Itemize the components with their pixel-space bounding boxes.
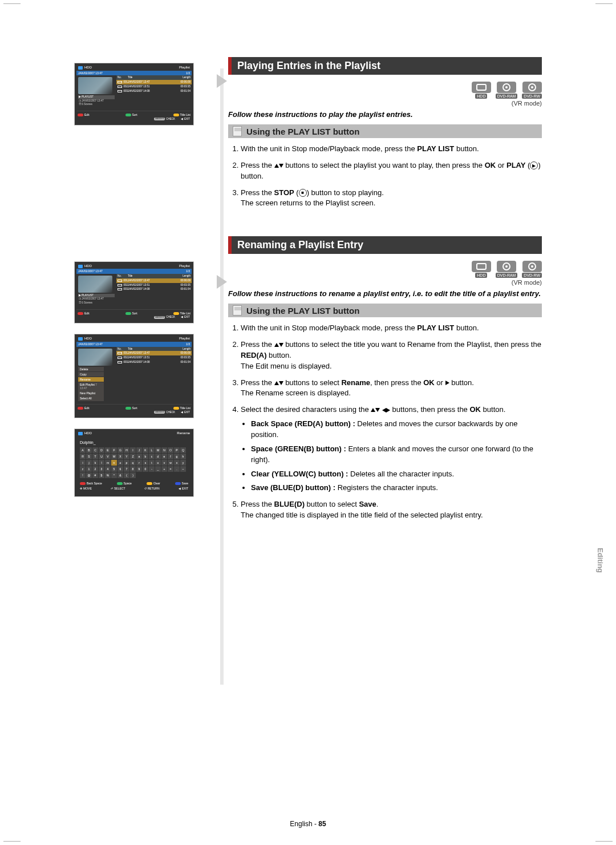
keyboard-key: Z bbox=[130, 454, 136, 459]
keyboard-key: i bbox=[80, 460, 86, 466]
keyboard-key: S bbox=[86, 454, 92, 459]
hdd-icon bbox=[78, 66, 83, 70]
keyboard-key: % bbox=[105, 472, 111, 478]
menu-item: Copy bbox=[78, 372, 104, 377]
table-row: 001JAN/02/2007 13:4700:06:09 bbox=[116, 80, 192, 84]
subbullet: Clear (YELLOW(C) button) : Deletes all t… bbox=[251, 469, 542, 480]
keyboard-key: r bbox=[136, 460, 142, 466]
keyboard-key: Y bbox=[124, 454, 129, 459]
mode-note: (VR mode) bbox=[228, 279, 542, 286]
keyboard-key: R bbox=[80, 454, 86, 459]
keyboard-key: 0 bbox=[143, 466, 148, 472]
keyboard-key: f bbox=[168, 454, 173, 459]
keyboard-key: I bbox=[130, 447, 136, 453]
keyboard-key: w bbox=[168, 460, 173, 466]
keyboard-key: h bbox=[180, 454, 186, 459]
keyboard-key: j bbox=[86, 460, 92, 466]
subbullet: Back Space (RED(A) button) : Deletes and… bbox=[251, 419, 542, 440]
keyboard-key: g bbox=[174, 454, 180, 459]
dvd-ram-icon bbox=[502, 83, 510, 91]
keyboard-key: q bbox=[130, 460, 136, 466]
menu-item: New Playlist bbox=[78, 391, 104, 396]
keyboard-key: = bbox=[168, 466, 173, 472]
menu-item-active: Rename bbox=[78, 377, 104, 382]
keyboard-key: l bbox=[99, 460, 104, 466]
keyboard-key: ! bbox=[80, 472, 86, 478]
keyboard-key: V bbox=[105, 454, 111, 459]
keyboard-key: 8 bbox=[130, 466, 136, 472]
thumbnail bbox=[78, 77, 112, 94]
keyboard-key: 6 bbox=[117, 466, 123, 472]
screenshot-playlist-2: HDD Playlist JAN/02/2007 13:471/3 ▶ PLAY… bbox=[74, 261, 194, 324]
step: With the unit in Stop mode/Playback mode… bbox=[241, 323, 542, 334]
keyboard-key: n bbox=[111, 460, 117, 466]
keyboard-key: # bbox=[92, 472, 98, 478]
keyboard-key: 2 bbox=[92, 466, 98, 472]
keyboard-key: t bbox=[149, 460, 155, 466]
up-arrow-icon bbox=[274, 164, 279, 168]
keyboard-key: & bbox=[117, 472, 123, 478]
left-info: ▶ PLAYLIST ◷ JAN/02/2007 13:47 ☰ 6 Scene… bbox=[78, 95, 115, 106]
remote-icon bbox=[233, 305, 242, 316]
section-title-renaming: Renaming a Playlist Entry bbox=[228, 236, 542, 254]
keyboard-key: m bbox=[105, 460, 111, 466]
keyboard-key: J bbox=[136, 447, 142, 453]
keyboard-key: + bbox=[161, 466, 167, 472]
keyboard-key: 5 bbox=[111, 466, 117, 472]
arrow-marker-2 bbox=[217, 275, 227, 289]
keyboard-key: C bbox=[92, 447, 98, 453]
menu-item: Select All bbox=[78, 396, 104, 401]
keyboard-key: O bbox=[168, 447, 173, 453]
keyboard-key: P bbox=[174, 447, 180, 453]
keyboard-key: E bbox=[105, 447, 111, 453]
keyboard-key: ( bbox=[124, 472, 129, 478]
keyboard-key: 7 bbox=[124, 466, 129, 472]
keyboard-key: y bbox=[180, 460, 186, 466]
keyboard-key: k bbox=[92, 460, 98, 466]
keyboard-key: H bbox=[124, 447, 129, 453]
arrow-marker-1 bbox=[217, 74, 227, 88]
keyboard-key: x bbox=[174, 460, 180, 466]
step: Select the desired characters using the … bbox=[241, 405, 542, 494]
keyboard-key: . bbox=[174, 466, 180, 472]
keyboard-key: 3 bbox=[99, 466, 104, 472]
keyboard-key: - bbox=[149, 466, 155, 472]
keyboard-key: s bbox=[143, 460, 148, 466]
table-row: 003JAN/02/2007 14:0800:01:54 bbox=[116, 89, 192, 94]
subbullet: Save (BLUE(D) button) : Registers the ch… bbox=[251, 483, 542, 494]
keyboard-key: B bbox=[86, 447, 92, 453]
screenshot-rename: HDD Rename Dolphin_ ABCDEFGHIJKLMNOPQRST… bbox=[74, 428, 194, 497]
keyboard-key: T bbox=[92, 454, 98, 459]
step: Press the buttons to select the playlist… bbox=[241, 160, 542, 182]
mode-label: Playlist bbox=[179, 66, 190, 70]
keyboard-key: ~ bbox=[180, 466, 186, 472]
keyboard-key: b bbox=[143, 454, 148, 459]
keyboard-key: D bbox=[99, 447, 104, 453]
keyboard-key: _ bbox=[155, 466, 161, 472]
menu-item: Delete bbox=[78, 367, 104, 372]
remote-icon bbox=[233, 126, 242, 136]
keyboard-key: c bbox=[149, 454, 155, 459]
step: Press the BLUE(D) button to select Save.… bbox=[241, 499, 542, 521]
screenshot-playlist-1: HDD Playlist JAN/02/2007 13:47 1/3 ▶ PLA… bbox=[74, 63, 194, 126]
keyboard-key: o bbox=[117, 460, 123, 466]
context-menu: Delete Copy Rename Edit Playlist 7 13:47… bbox=[78, 367, 104, 401]
keyboard-key: 4 bbox=[105, 466, 111, 472]
keyboard-key: A bbox=[80, 447, 86, 453]
follow-instruction-2: Follow these instructions to rename a pl… bbox=[228, 289, 542, 298]
timestamp: JAN/02/2007 13:47 bbox=[78, 71, 103, 75]
media-icons: HDD DVD-RAM DVD-RW bbox=[228, 82, 542, 99]
stop-icon: ■ bbox=[299, 189, 307, 197]
keyboard-key: U bbox=[99, 454, 104, 459]
right-arrow-icon bbox=[445, 381, 449, 385]
page-footer: English - 85 bbox=[0, 820, 616, 828]
section-title-playing: Playing Entries in the Playlist bbox=[228, 57, 542, 75]
step: Press the buttons to select the title yo… bbox=[241, 339, 542, 372]
keyboard-key: F bbox=[111, 447, 117, 453]
rename-input: Dolphin_ bbox=[80, 440, 188, 445]
follow-instruction-1: Follow these instructions to play the pl… bbox=[228, 110, 542, 119]
mode-note: (VR mode) bbox=[228, 100, 542, 107]
subhead-playlist-1: Using the PLAY LIST button bbox=[228, 124, 542, 138]
keyboard-key: M bbox=[155, 447, 161, 453]
sidebar-section-tab: Editing bbox=[591, 548, 605, 576]
